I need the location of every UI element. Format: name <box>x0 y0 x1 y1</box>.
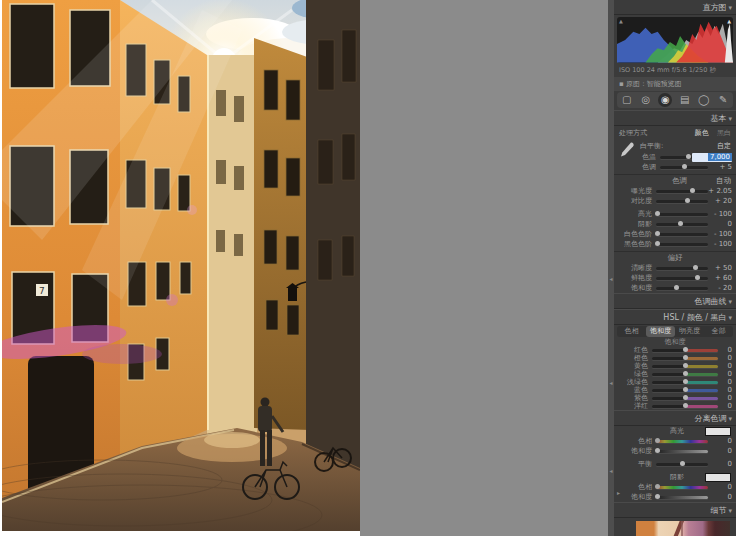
magenta-slider-thumb[interactable] <box>683 403 688 408</box>
hl-hue-thumb[interactable] <box>655 438 660 443</box>
purple-value: 0 <box>718 394 732 402</box>
tab-hue[interactable]: 色相 <box>617 326 646 337</box>
sh-sat-thumb[interactable] <box>655 494 660 499</box>
red-value: 0 <box>718 346 732 354</box>
highlight-color-swatch[interactable] <box>705 427 731 436</box>
detail-panel-header[interactable]: 细节 <box>614 502 736 518</box>
purple-saturation-slider[interactable] <box>652 397 718 400</box>
green-slider-thumb[interactable] <box>683 371 688 376</box>
temp-slider[interactable] <box>660 156 692 159</box>
temp-value-field[interactable]: 7,000 <box>692 153 732 162</box>
balance-value: 0 <box>708 460 732 468</box>
orange-slider-thumb[interactable] <box>683 355 688 360</box>
workspace-background <box>360 0 608 536</box>
tint-slider-thumb[interactable] <box>682 164 687 169</box>
purple-label: 紫色 <box>618 394 652 402</box>
preview-detail-edge <box>681 521 683 536</box>
saturation-slider[interactable] <box>656 287 708 290</box>
exposure-slider-thumb[interactable] <box>690 188 695 193</box>
tool-strip: ▢ ◎ ◉ ▤ ◯ ✎ <box>617 92 733 108</box>
magenta-saturation-slider[interactable] <box>652 405 718 408</box>
detail-preview-toggle-icon[interactable]: ▸ <box>617 489 620 496</box>
saturation-slider-thumb[interactable] <box>674 285 679 290</box>
shadow-hue-slider[interactable] <box>656 486 708 489</box>
hsl-panel-header[interactable]: HSL / 颜色 / 黑白 <box>614 309 736 325</box>
hsl-section-label: 饱和度 <box>614 338 736 346</box>
purple-slider-thumb[interactable] <box>683 395 688 400</box>
highlight-hue-slider[interactable] <box>656 440 708 443</box>
detail-preview[interactable] <box>636 521 730 536</box>
tab-saturation[interactable]: 饱和度 <box>646 326 675 337</box>
exposure-slider[interactable] <box>656 190 708 193</box>
whites-value: - 100 <box>708 230 732 238</box>
graduated-filter-icon[interactable]: ▤ <box>678 93 692 107</box>
clarity-label: 清晰度 <box>618 263 656 273</box>
sh-hue-thumb[interactable] <box>655 484 660 489</box>
split-toning-header[interactable]: 分离色调 <box>614 410 736 426</box>
blacks-slider-thumb[interactable] <box>655 241 660 246</box>
contrast-slider[interactable] <box>656 200 708 203</box>
sh-sat-value: 0 <box>708 493 732 501</box>
green-saturation-slider[interactable] <box>652 373 718 376</box>
shadow-saturation-slider[interactable] <box>656 496 708 499</box>
highlight-saturation-slider[interactable] <box>656 450 708 453</box>
highlights-slider[interactable] <box>656 213 708 216</box>
highlights-slider-thumb[interactable] <box>655 211 660 216</box>
aqua-saturation-slider[interactable] <box>652 381 718 384</box>
orange-label: 橙色 <box>618 354 652 362</box>
clarity-slider[interactable] <box>656 267 708 270</box>
balance-slider[interactable] <box>656 463 708 466</box>
clarity-value: + 50 <box>708 264 732 272</box>
tint-slider[interactable] <box>660 166 708 169</box>
yellow-slider-thumb[interactable] <box>683 363 688 368</box>
tone-curve-header[interactable]: 色调曲线 <box>614 293 736 309</box>
blacks-value: - 100 <box>708 240 732 248</box>
photo-canvas[interactable]: 7 <box>2 0 360 531</box>
orange-saturation-slider[interactable] <box>652 357 718 360</box>
yellow-saturation-slider[interactable] <box>652 365 718 368</box>
white-balance-eyedropper-icon[interactable] <box>618 141 634 161</box>
histogram[interactable]: ▲ ▲ <box>617 17 733 63</box>
shadows-slider[interactable] <box>656 223 708 226</box>
street-number-sign: 7 <box>39 286 45 296</box>
spot-removal-icon[interactable]: ◎ <box>639 93 653 107</box>
aqua-slider-thumb[interactable] <box>683 379 688 384</box>
vibrance-slider[interactable] <box>656 277 708 280</box>
radial-filter-icon[interactable]: ◯ <box>697 93 711 107</box>
shadows-slider-thumb[interactable] <box>678 221 683 226</box>
red-eye-icon[interactable]: ◉ <box>658 93 672 107</box>
adjustment-brush-icon[interactable]: ✎ <box>716 93 730 107</box>
shadow-color-swatch[interactable] <box>705 473 731 482</box>
whites-slider[interactable] <box>656 233 708 236</box>
develop-right-panel: 直方图 ▲ ▲ ISO 100 24 mm f/5.6 1/250 秒 ▪ 原图… <box>614 0 736 536</box>
split-shadows-label: 阴影 <box>649 472 705 482</box>
clarity-slider-thumb[interactable] <box>693 265 698 270</box>
blacks-slider[interactable] <box>656 243 708 246</box>
basic-panel-header[interactable]: 基本 <box>614 110 736 126</box>
contrast-slider-thumb[interactable] <box>685 198 690 203</box>
red-slider-thumb[interactable] <box>683 347 688 352</box>
green-value: 0 <box>718 370 732 378</box>
treatment-color-option[interactable]: 颜色 <box>695 129 709 137</box>
smart-preview-status[interactable]: ▪ 原图 : 智能预览图 <box>614 77 736 91</box>
hl-sat-label: 饱和度 <box>618 446 656 456</box>
blue-slider-thumb[interactable] <box>683 387 688 392</box>
red-saturation-slider[interactable] <box>652 349 718 352</box>
tab-luminance[interactable]: 明亮度 <box>675 326 704 337</box>
treatment-label: 处理方式 <box>619 128 647 138</box>
auto-tone-button[interactable]: 自动 <box>716 176 731 186</box>
tab-all[interactable]: 全部 <box>704 326 733 337</box>
temp-slider-thumb[interactable] <box>686 154 691 159</box>
chevron-down-icon <box>728 4 732 12</box>
treatment-bw-option[interactable]: 黑白 <box>711 129 731 137</box>
hl-sat-thumb[interactable] <box>655 448 660 453</box>
vibrance-slider-thumb[interactable] <box>695 275 700 280</box>
crop-tool-icon[interactable]: ▢ <box>620 93 634 107</box>
white-balance-value[interactable]: 自定 <box>717 141 731 151</box>
whites-slider-thumb[interactable] <box>655 231 660 236</box>
blue-saturation-slider[interactable] <box>652 389 718 392</box>
contrast-value: + 20 <box>708 197 732 205</box>
sh-hue-value: 0 <box>708 483 732 491</box>
balance-thumb[interactable] <box>680 461 685 466</box>
histogram-header[interactable]: 直方图 <box>614 0 736 15</box>
